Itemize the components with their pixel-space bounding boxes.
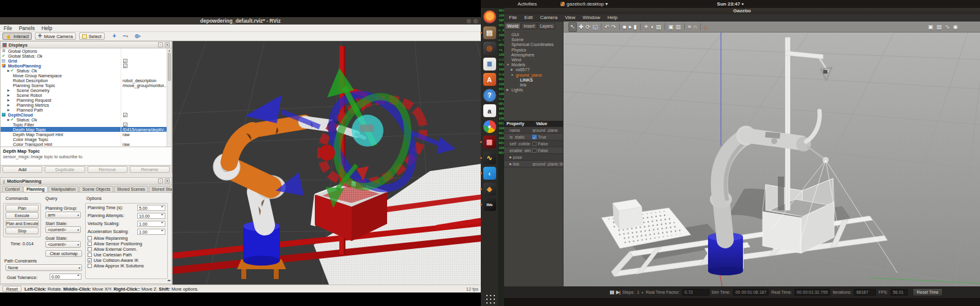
displays-button[interactable]: Duplicate bbox=[45, 166, 85, 173]
world-tree-row[interactable]: Wind bbox=[504, 58, 563, 63]
terminal-sliver[interactable]: 98%100%INF98%n_de100%o_ro98%ra_a100%tclo… bbox=[498, 8, 504, 306]
panel-float-icon[interactable]: ▫ bbox=[158, 178, 163, 183]
dock-item[interactable]: ◈ bbox=[483, 183, 496, 196]
command-button[interactable]: Plan bbox=[6, 205, 39, 212]
rviz-menu-item[interactable]: File bbox=[4, 25, 12, 31]
command-button[interactable]: Plan and Execute bbox=[6, 220, 39, 227]
dock-item[interactable]: a bbox=[483, 104, 496, 117]
snap-icon[interactable]: ∩ bbox=[693, 23, 697, 31]
insert-cylinder-icon[interactable]: ▮ bbox=[633, 23, 636, 31]
dock-rhythmbox-icon[interactable]: ◎ bbox=[483, 42, 496, 55]
move-camera-tool-button[interactable]: ✚Move Camera bbox=[35, 33, 76, 40]
gazebo-menu-item[interactable]: Window bbox=[582, 15, 600, 20]
mp-tab[interactable]: Scene Objects bbox=[79, 186, 113, 192]
displays-button[interactable]: Rename bbox=[130, 166, 170, 173]
display-tree-row[interactable]: ▶ Color Transport Hint raw ✓ bbox=[1, 142, 168, 147]
dock-vscode-icon[interactable]: ‹ bbox=[483, 167, 496, 180]
mp-tab[interactable]: Planning bbox=[23, 186, 48, 192]
toolbar-separator[interactable] bbox=[684, 23, 685, 30]
plot-icon[interactable]: ∿ bbox=[945, 23, 950, 31]
dock-item[interactable]: A bbox=[483, 73, 496, 86]
gazebo-panel-tab[interactable]: World bbox=[505, 23, 521, 29]
select-tool-icon[interactable]: ↖ bbox=[568, 22, 577, 32]
rviz-menu-item[interactable]: Help bbox=[42, 25, 52, 31]
enable-checkbox[interactable]: ✓ bbox=[123, 59, 127, 63]
reset-time-button[interactable]: Reset Time bbox=[913, 288, 943, 296]
redo-icon[interactable]: ↷ bbox=[611, 23, 616, 31]
toolbar-separator[interactable] bbox=[619, 23, 620, 30]
dock-item[interactable]: ▦ bbox=[483, 136, 496, 148]
undo-icon[interactable]: ↶ bbox=[605, 23, 609, 31]
dock-item[interactable]: ▤ bbox=[483, 26, 496, 39]
goal-tolerance-spin[interactable]: 0.00 bbox=[50, 273, 81, 280]
dock-red-tool-icon[interactable]: ▦ bbox=[483, 136, 496, 148]
dock-item[interactable]: ? bbox=[483, 89, 496, 102]
mp-tab[interactable]: Manipulation bbox=[48, 186, 79, 192]
window-button-icon[interactable] bbox=[467, 19, 471, 23]
directional-light-icon[interactable]: ▨ bbox=[656, 23, 662, 31]
steps-value[interactable]: 1 bbox=[637, 290, 639, 294]
world-tree-row[interactable]: Atmosphere bbox=[504, 53, 563, 58]
display-tree-row[interactable]: ▶ Global Status: Ok ✓ bbox=[1, 53, 168, 58]
toolbar-separator[interactable] bbox=[640, 23, 641, 30]
show-applications-icon[interactable] bbox=[484, 293, 495, 304]
video-record-icon[interactable]: ◉ bbox=[953, 23, 958, 31]
world-tree-row[interactable]: Scene bbox=[504, 37, 563, 42]
gazebo-titlebar[interactable]: Gazebo bbox=[504, 8, 980, 14]
world-tree-row[interactable]: GUI bbox=[504, 33, 563, 37]
dock-item[interactable]: ∿ bbox=[483, 151, 496, 164]
goal-state-select[interactable]: <current> bbox=[45, 241, 81, 248]
panel-float-icon[interactable]: ▫ bbox=[158, 42, 163, 47]
toolbar-separator[interactable] bbox=[601, 23, 601, 30]
dock-signal-scope-icon[interactable]: ∿ bbox=[483, 151, 496, 164]
world-tree-row[interactable]: Spherical Coordinates bbox=[504, 42, 563, 47]
property-checkbox[interactable] bbox=[532, 135, 537, 139]
gazebo-panel-tab[interactable]: Insert bbox=[521, 23, 537, 29]
pause-icon[interactable]: ▮▮ bbox=[609, 289, 614, 295]
dock-chrome-icon[interactable]: ● bbox=[483, 120, 496, 133]
window-close-icon[interactable] bbox=[473, 19, 478, 23]
displays-scrollbar[interactable]: ▲ bbox=[167, 48, 172, 147]
clear-octomap-button[interactable]: Clear octomap bbox=[45, 250, 82, 257]
property-checkbox[interactable] bbox=[532, 148, 537, 153]
dock-files-icon[interactable]: ▤ bbox=[483, 26, 496, 39]
dock-item[interactable]: ‹ bbox=[483, 167, 496, 180]
property-row[interactable]: ▶self_collide False bbox=[504, 140, 563, 147]
displays-button[interactable]: Remove bbox=[88, 166, 127, 173]
gazebo-panel-tab[interactable]: Layers bbox=[538, 23, 556, 29]
option-checkbox[interactable] bbox=[88, 242, 92, 246]
gazebo-menu-item[interactable]: File bbox=[509, 15, 517, 20]
mp-tab[interactable]: Context bbox=[2, 186, 23, 192]
option-checkbox[interactable] bbox=[88, 253, 92, 257]
option-checkbox[interactable] bbox=[88, 264, 92, 268]
property-row[interactable]: ▶pose bbox=[504, 154, 563, 161]
paste-icon[interactable]: ▥ bbox=[676, 23, 681, 31]
copy-icon[interactable]: ▣ bbox=[668, 23, 674, 31]
displays-button[interactable]: Add bbox=[2, 166, 42, 173]
insert-box-icon[interactable]: ■ bbox=[623, 23, 627, 31]
gazebo-3d-viewport[interactable] bbox=[564, 33, 980, 286]
world-tree-row[interactable]: ▼ ground_plane bbox=[504, 73, 563, 78]
property-row[interactable]: ▶enable_wind False bbox=[504, 147, 563, 154]
option-checkbox[interactable] bbox=[88, 258, 92, 262]
steps-dropdown-icon[interactable]: ▾ bbox=[642, 291, 644, 294]
enable-checkbox[interactable]: ✓ bbox=[123, 123, 127, 127]
world-tree-row[interactable]: ▶ vs6577 bbox=[504, 67, 563, 72]
zoom-in-icon[interactable]: + bbox=[113, 33, 116, 40]
planning-group-select[interactable]: arm bbox=[45, 212, 81, 218]
option-checkbox[interactable] bbox=[88, 247, 92, 251]
toolbar-separator[interactable] bbox=[700, 23, 701, 30]
gazebo-menu-item[interactable]: Camera bbox=[540, 15, 557, 20]
spinbox[interactable]: 1.00 bbox=[137, 221, 165, 227]
command-button[interactable]: Stop bbox=[6, 228, 39, 234]
select-tool-button[interactable]: Select bbox=[79, 33, 105, 40]
mp-tab[interactable]: Stored Scenes bbox=[114, 186, 148, 192]
option-checkbox[interactable] bbox=[88, 236, 92, 240]
dock-item[interactable] bbox=[483, 10, 496, 23]
start-state-select[interactable]: <current> bbox=[45, 226, 81, 233]
property-row[interactable]: ▶name ground_plane bbox=[504, 127, 563, 134]
property-row[interactable]: ▶link ground_plane::lin bbox=[504, 161, 563, 167]
screenshot-icon[interactable]: ▣ bbox=[928, 23, 933, 31]
toolbar-separator[interactable] bbox=[665, 23, 665, 30]
property-row[interactable]: ▶is_static True bbox=[504, 134, 563, 140]
